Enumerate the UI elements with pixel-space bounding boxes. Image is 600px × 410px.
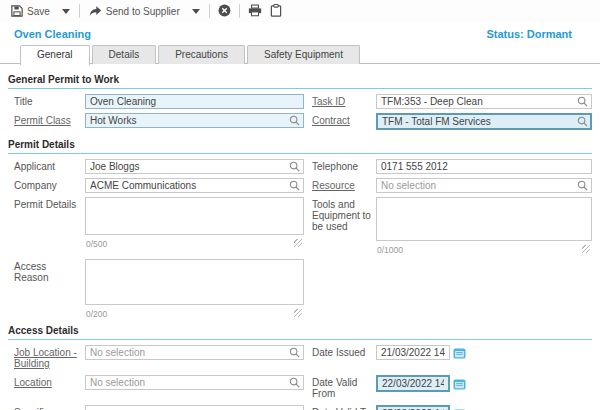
clipboard-button[interactable] (266, 2, 286, 21)
company-label: Company (8, 178, 85, 191)
search-icon[interactable] (577, 116, 588, 129)
send-dropdown-button[interactable] (185, 7, 205, 16)
title-field[interactable] (85, 94, 304, 109)
resource-label[interactable]: Resource (310, 178, 376, 191)
resource-field[interactable] (376, 178, 592, 193)
section-access-details: Access Details (8, 323, 592, 340)
print-button[interactable] (244, 2, 266, 21)
tab-general[interactable]: General (20, 45, 90, 65)
tab-bar: General Details Precautions Safety Equip… (0, 44, 600, 64)
search-icon[interactable] (289, 377, 300, 390)
date-valid-from-label: Date Valid From (310, 375, 376, 399)
search-icon[interactable] (289, 347, 300, 360)
status-badge: Status: Dormant (486, 28, 572, 40)
job-location-building-label[interactable]: Job Location - Building (8, 345, 85, 369)
section-general-permit-to-work: General Permit to Work (8, 72, 592, 89)
specific-location-field[interactable] (85, 405, 304, 410)
save-icon (11, 5, 23, 17)
header: Oven Cleaning Status: Dormant (0, 22, 600, 44)
date-valid-to-field[interactable] (376, 405, 450, 410)
permit-class-label[interactable]: Permit Class (8, 113, 85, 126)
search-icon[interactable] (289, 115, 300, 128)
permit-class-field[interactable] (85, 113, 304, 128)
search-icon[interactable] (289, 180, 300, 193)
tools-equipment-label: Tools and Equipment to be used (310, 197, 376, 232)
tools-equipment-textarea[interactable] (376, 197, 592, 241)
telephone-label: Telephone (310, 159, 376, 172)
chevron-down-icon (62, 9, 70, 14)
form-content: General Permit to Work Title Task ID Per… (0, 64, 600, 410)
toolbar-separator (79, 4, 80, 18)
tab-details[interactable]: Details (92, 45, 157, 64)
access-reason-counter: 0/200 (85, 309, 304, 319)
section-permit-details: Permit Details (8, 137, 592, 154)
toolbar-separator (239, 4, 240, 18)
date-valid-to-label: Date Valid To (310, 405, 376, 410)
task-id-field[interactable] (376, 94, 592, 109)
contract-label[interactable]: Contract (310, 113, 376, 126)
send-to-supplier-label: Send to Supplier (106, 6, 180, 17)
printer-icon (248, 4, 262, 19)
title-label: Title (8, 94, 85, 107)
permit-details-counter: 0/500 (85, 239, 304, 249)
location-label[interactable]: Location (8, 375, 85, 388)
job-location-building-field[interactable] (85, 345, 304, 360)
calendar-icon[interactable] (453, 378, 466, 390)
circle-x-icon (218, 4, 231, 19)
location-field[interactable] (85, 375, 304, 390)
access-reason-textarea[interactable] (85, 259, 304, 305)
specific-location-label: Specific Location (8, 405, 85, 410)
telephone-field[interactable] (376, 159, 592, 174)
page-title: Oven Cleaning (14, 28, 91, 40)
contract-field[interactable] (376, 113, 592, 130)
share-arrow-icon (89, 5, 102, 17)
company-field[interactable] (85, 178, 304, 193)
clipboard-icon (270, 4, 282, 19)
date-issued-label: Date Issued (310, 345, 376, 358)
save-label: Save (27, 6, 50, 17)
save-button[interactable]: Save (6, 3, 55, 19)
toolbar-separator (209, 4, 210, 18)
send-to-supplier-button[interactable]: Send to Supplier (84, 3, 185, 19)
date-issued-field[interactable] (376, 345, 450, 360)
search-icon[interactable] (289, 161, 300, 174)
calendar-icon[interactable] (453, 347, 466, 359)
toolbar: Save Send to Supplier (0, 0, 600, 22)
task-id-label[interactable]: Task ID (310, 94, 376, 107)
applicant-label: Applicant (8, 159, 85, 172)
cancel-button[interactable] (214, 2, 235, 21)
permit-details-textarea[interactable] (85, 197, 304, 235)
date-valid-from-field[interactable] (376, 375, 450, 392)
chevron-down-icon (192, 9, 200, 14)
tools-equipment-counter: 0/1000 (376, 245, 592, 255)
permit-details-label: Permit Details (8, 197, 85, 210)
tab-precautions[interactable]: Precautions (158, 45, 245, 64)
save-dropdown-button[interactable] (55, 7, 75, 16)
search-icon[interactable] (577, 180, 588, 193)
search-icon[interactable] (577, 96, 588, 109)
tab-safety-equipment[interactable]: Safety Equipment (247, 45, 360, 64)
applicant-field[interactable] (85, 159, 304, 174)
access-reason-label: Access Reason (8, 259, 85, 283)
